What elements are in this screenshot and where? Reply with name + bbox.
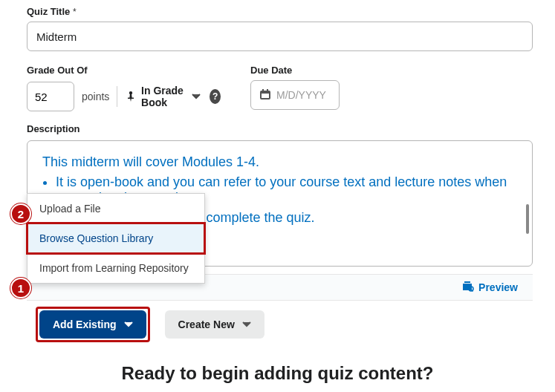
description-label: Description bbox=[27, 123, 533, 134]
add-existing-menu: Upload a File Browse Question Library Im… bbox=[27, 193, 205, 284]
create-new-label: Create New bbox=[178, 318, 235, 330]
callout-1: 1 bbox=[10, 278, 31, 298]
quiz-title-input[interactable] bbox=[27, 22, 533, 51]
add-existing-label: Add Existing bbox=[53, 318, 117, 330]
pin-icon bbox=[126, 91, 135, 102]
empty-state-heading: Ready to begin adding quiz content? bbox=[0, 363, 555, 384]
add-existing-highlight: Add Existing bbox=[36, 307, 150, 342]
required-indicator: * bbox=[73, 7, 77, 17]
menu-upload-file[interactable]: Upload a File bbox=[27, 194, 204, 223]
grade-book-label: In Grade Book bbox=[141, 85, 186, 108]
chevron-down-icon bbox=[124, 321, 133, 327]
grade-input[interactable] bbox=[27, 82, 74, 111]
chevron-down-icon bbox=[242, 321, 251, 327]
scrollbar-thumb[interactable] bbox=[526, 204, 529, 234]
divider bbox=[117, 86, 117, 107]
points-label: points bbox=[82, 91, 109, 102]
preview-button[interactable]: Preview bbox=[462, 281, 518, 294]
help-icon[interactable]: ? bbox=[210, 89, 221, 104]
add-existing-button[interactable]: Add Existing bbox=[39, 310, 146, 339]
menu-import-learning-repository[interactable]: Import from Learning Repository bbox=[27, 253, 204, 283]
desc-intro: This midterm will cover Modules 1-4. bbox=[42, 154, 517, 170]
quiz-title-label: Quiz Title * bbox=[27, 6, 533, 17]
create-new-button[interactable]: Create New bbox=[165, 310, 264, 339]
due-date-label: Due Date bbox=[250, 65, 340, 76]
grade-book-dropdown[interactable]: In Grade Book bbox=[125, 80, 202, 113]
menu-browse-question-library[interactable]: Browse Question Library bbox=[27, 223, 204, 253]
grade-out-of-label: Grade Out Of bbox=[27, 65, 221, 76]
due-date-input[interactable]: M/D/YYYY bbox=[250, 80, 340, 110]
preview-label: Preview bbox=[478, 281, 518, 293]
preview-icon bbox=[462, 281, 474, 294]
callout-2: 2 bbox=[10, 203, 31, 224]
chevron-down-icon bbox=[192, 94, 201, 99]
calendar-icon bbox=[260, 89, 270, 102]
due-date-placeholder: M/D/YYYY bbox=[276, 89, 326, 101]
